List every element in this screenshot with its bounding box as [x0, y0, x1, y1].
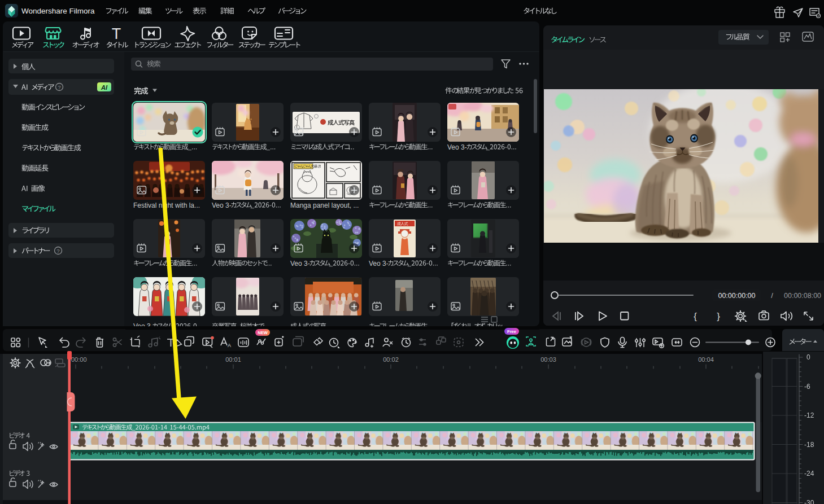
svg-text:?: ?: [58, 84, 60, 90]
svg-text:Manga panel layout, ...: Manga panel layout, ...: [290, 201, 359, 209]
svg-text:NEW: NEW: [258, 330, 268, 335]
svg-text:-6: -6: [804, 383, 810, 391]
svg-text:?: ?: [56, 248, 59, 254]
svg-text:00:01: 00:01: [225, 356, 241, 363]
svg-text:-18: -18: [804, 441, 814, 449]
svg-text:A: A: [228, 343, 231, 348]
svg-text:AI: AI: [101, 84, 108, 91]
svg-text:-24: -24: [804, 470, 814, 477]
svg-text:00:00: 00:00: [71, 356, 87, 363]
svg-text:00:02: 00:02: [383, 356, 399, 363]
svg-text:Wondershare Filmora: Wondershare Filmora: [21, 7, 95, 15]
svg-text:Veo 3-: Veo 3-: [369, 260, 389, 268]
svg-text:{: {: [694, 311, 697, 322]
svg-text:T: T: [112, 25, 121, 42]
svg-text:00:00:08:00: 00:00:08:00: [784, 292, 821, 300]
svg-text:-12: -12: [804, 411, 814, 419]
svg-text:Free: Free: [507, 329, 516, 334]
svg-text:00:03: 00:03: [540, 356, 556, 363]
svg-text:Veo 3-: Veo 3-: [290, 260, 310, 268]
svg-text:00:04: 00:04: [698, 356, 714, 363]
svg-text:-30: -30: [804, 499, 814, 504]
svg-text:}: }: [717, 311, 720, 322]
svg-text:00:00:00:00: 00:00:00:00: [718, 292, 755, 300]
svg-text:Veo 3-: Veo 3-: [212, 201, 232, 209]
svg-text:Veo 3-: Veo 3-: [447, 143, 467, 151]
svg-text:0: 0: [806, 353, 810, 361]
svg-text:/: /: [771, 291, 773, 300]
